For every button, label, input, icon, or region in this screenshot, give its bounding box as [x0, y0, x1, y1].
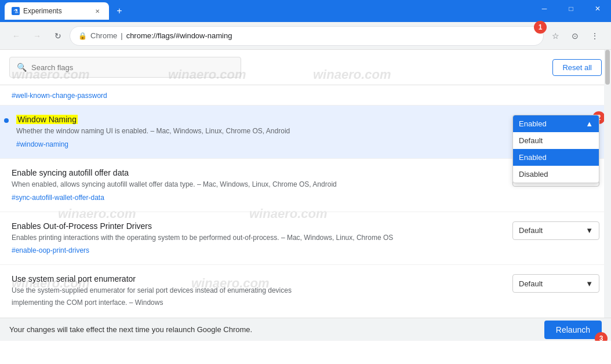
address-text: chrome://flags/#window-naming — [126, 31, 535, 40]
tab-title: Experiments — [23, 7, 89, 15]
flag-item-window-naming: Window Naming Whether the window naming … — [0, 105, 611, 159]
flag-desc-oop-print: Enables printing interactions with the o… — [12, 233, 394, 243]
reset-all-button[interactable]: Reset all — [552, 59, 602, 76]
flag-anchor-window-naming[interactable]: #window-naming — [16, 140, 68, 148]
relaunch-button[interactable]: Relaunch — [544, 321, 602, 339]
flag-info-sync-autofill: Enable syncing autofill offer data When … — [12, 168, 406, 202]
search-input[interactable] — [31, 63, 234, 72]
dropdown-btn-serial-port[interactable]: Default ▼ — [512, 274, 599, 293]
search-icon: 🔍 — [17, 63, 27, 72]
flag-anchor-oop-print[interactable]: #enable-oop-print-drivers — [12, 246, 89, 254]
flag-ctrl-serial-port: Default ▼ — [512, 274, 599, 293]
flags-list: #well-known-change-password Window Namin… — [0, 85, 611, 320]
minimize-button[interactable]: ─ — [531, 0, 558, 17]
flag-desc-sync-autofill: When enabled, allows syncing autofill wa… — [12, 180, 394, 190]
chevron-down-icon-2: ▼ — [585, 226, 593, 235]
dropdown-option-default[interactable]: Default — [513, 132, 599, 149]
flag-ctrl-oop-print: Default ▼ — [512, 221, 599, 240]
chevron-up-icon: ▲ — [585, 119, 593, 128]
tab-close-button[interactable]: ✕ — [93, 6, 102, 16]
menu-button[interactable]: ⋮ — [585, 27, 604, 45]
tab-favicon-icon — [12, 7, 20, 15]
nav-right-buttons: ☆ ⊙ ⋮ — [546, 27, 604, 45]
dropdown-header[interactable]: Enabled ▲ — [513, 115, 599, 132]
bottom-message: Your changes will take effect the next t… — [9, 325, 252, 334]
bottom-bar: Your changes will take effect the next t… — [0, 318, 611, 341]
search-input-wrap[interactable]: 🔍 — [9, 57, 241, 78]
flag-item-oop-print: Enables Out-of-Process Printer Drivers E… — [0, 212, 611, 265]
flag-desc-serial-port-2: implementing the COM port interface. – W… — [12, 298, 394, 308]
active-tab[interactable]: Experiments ✕ — [5, 2, 109, 20]
flag-info-window-naming: Window Naming Whether the window naming … — [12, 115, 406, 149]
forward-button[interactable]: → — [28, 27, 46, 45]
dropdown-current-value: Enabled — [519, 119, 547, 128]
scrollbar-track[interactable] — [604, 50, 611, 341]
flag-info-oop-print: Enables Out-of-Process Printer Drivers E… — [12, 221, 406, 256]
restore-button[interactable]: □ — [558, 0, 584, 17]
profile-button[interactable]: ⊙ — [566, 27, 584, 45]
flag-item-serial-port: Use system serial port enumerator Use th… — [0, 265, 611, 320]
chevron-down-icon-3: ▼ — [585, 279, 593, 288]
flag-name-oop-print: Enables Out-of-Process Printer Drivers — [12, 221, 394, 231]
badge-1: 1 — [534, 21, 547, 34]
flag-desc-window-naming: Whether the window naming UI is enabled.… — [16, 126, 394, 136]
content-area: winaero.com winaero.com winaero.com wina… — [0, 50, 611, 341]
dropdown-btn-oop-print[interactable]: Default ▼ — [512, 221, 599, 240]
bookmark-button[interactable]: ☆ — [546, 27, 565, 45]
dropdown-menu-window-naming: Enabled ▲ Default Enabled Disabled — [512, 115, 599, 183]
dropdown-option-disabled[interactable]: Disabled — [513, 166, 599, 183]
flag-name-serial-port: Use system serial port enumerator — [12, 274, 394, 283]
flag-info-well-known: #well-known-change-password — [12, 90, 406, 100]
flag-desc-serial-port: Use the system-supplied enumerator for s… — [12, 286, 394, 296]
titlebar-left: Experiments ✕ + — [0, 0, 128, 22]
new-tab-button[interactable]: + — [111, 3, 128, 19]
titlebar: Experiments ✕ + ─ □ ✕ — [0, 0, 611, 22]
address-bar[interactable]: 🔒 Chrome | chrome://flags/#window-naming… — [70, 26, 544, 46]
address-chrome-text: Chrome — [90, 31, 117, 40]
navbar: ← → ↻ 🔒 Chrome | chrome://flags/#window-… — [0, 22, 611, 50]
flag-name-highlighted: Window Naming — [16, 115, 78, 124]
window-controls: ─ □ ✕ — [531, 0, 611, 17]
badge-3: 3 — [595, 332, 608, 341]
flag-item-well-known: #well-known-change-password — [0, 85, 611, 105]
dropdown-value-oop-print: Default — [519, 226, 543, 235]
flag-anchor-well-known[interactable]: #well-known-change-password — [12, 92, 107, 100]
flag-anchor-sync-autofill[interactable]: #sync-autofill-wallet-offer-data — [12, 194, 104, 202]
flag-active-dot — [4, 118, 9, 123]
close-button[interactable]: ✕ — [584, 0, 611, 17]
dropdown-option-enabled[interactable]: Enabled — [513, 149, 599, 166]
flag-info-serial-port: Use system serial port enumerator Use th… — [12, 274, 406, 310]
search-area: 🔍 Reset all — [0, 50, 611, 85]
lock-icon: 🔒 — [78, 32, 87, 40]
flag-name-window-naming: Window Naming — [16, 115, 394, 124]
scrollbar-thumb[interactable] — [605, 50, 610, 85]
dropdown-value-serial-port: Default — [519, 279, 543, 288]
refresh-button[interactable]: ↻ — [49, 27, 67, 45]
back-button[interactable]: ← — [7, 27, 26, 45]
flag-name-sync-autofill: Enable syncing autofill offer data — [12, 168, 394, 177]
